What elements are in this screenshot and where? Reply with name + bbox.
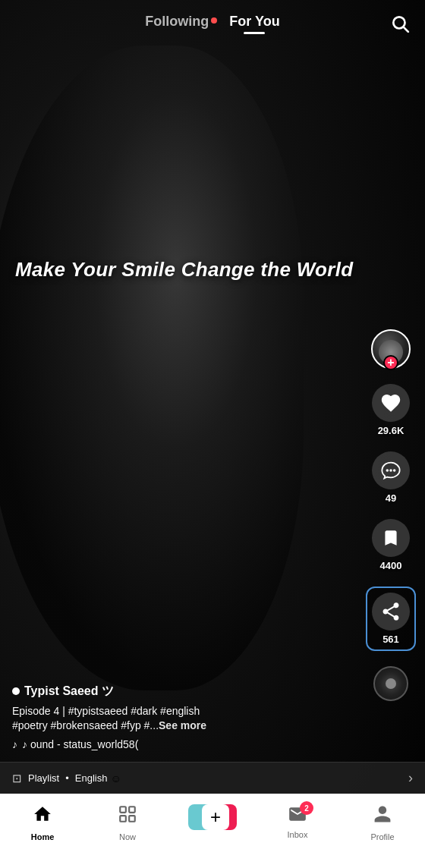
tab-foryou[interactable]: For You	[229, 14, 279, 30]
search-button[interactable]	[390, 14, 410, 36]
like-icon-bg	[372, 384, 410, 422]
playlist-info: ⊡ Playlist • English ☺	[12, 772, 121, 785]
create-button: +	[188, 804, 237, 830]
video-description: Episode 4 | #typistsaeed #dark #english#…	[12, 704, 364, 734]
playlist-separator: •	[65, 772, 69, 784]
home-icon	[33, 804, 52, 829]
smiley-icon: ☺	[110, 772, 121, 785]
now-icon	[118, 804, 137, 829]
creator-name-text: Typist Saeed ツ	[24, 684, 114, 700]
see-more-link[interactable]: See more	[159, 719, 206, 731]
inbox-badge: 2	[300, 801, 313, 815]
share-button[interactable]: 561	[366, 587, 416, 651]
inbox-badge-count: 2	[304, 804, 309, 813]
comment-count: 49	[386, 492, 396, 504]
foryou-label: For You	[229, 14, 279, 29]
playlist-bar[interactable]: ⊡ Playlist • English ☺ ›	[0, 762, 425, 794]
plus-label: +	[387, 357, 394, 369]
playlist-label: Playlist	[28, 772, 59, 784]
live-dot	[12, 687, 20, 695]
playlist-chevron-icon[interactable]: ›	[408, 770, 413, 786]
face-silhouette	[0, 46, 304, 690]
share-icon-bg	[372, 593, 410, 631]
follow-plus-button[interactable]: +	[383, 355, 398, 370]
language-text: English	[75, 772, 108, 784]
tab-following[interactable]: Following	[145, 14, 217, 30]
avatar-container: +	[371, 329, 411, 369]
nav-tabs: Following For You	[145, 14, 279, 30]
header: Following For You	[0, 0, 425, 37]
svg-rect-7	[120, 816, 126, 822]
notification-dot	[211, 17, 217, 24]
creator-info: Typist Saeed ツ Episode 4 | #typistsaeed …	[12, 684, 364, 750]
following-label: Following	[145, 14, 209, 29]
nav-create[interactable]: +	[170, 801, 255, 830]
share-count: 561	[382, 634, 399, 645]
svg-point-3	[389, 469, 392, 472]
nav-inbox[interactable]: 2 Inbox	[255, 801, 340, 839]
music-note-icon: ♪	[12, 738, 17, 750]
quote-text-content: Make Your Smile Change the World	[15, 258, 353, 281]
svg-rect-5	[120, 807, 126, 813]
nav-profile[interactable]: Profile	[340, 801, 425, 841]
language-badge: English ☺	[75, 772, 121, 785]
sound-info[interactable]: ♪ ♪ ound - status_world58(	[12, 738, 364, 750]
disc-center	[386, 678, 396, 689]
bottom-navigation: Home Now + 2 Inbo	[0, 794, 425, 868]
home-label: Home	[31, 832, 55, 841]
svg-line-1	[404, 27, 408, 32]
like-button[interactable]: 29.6K	[372, 384, 410, 436]
right-action-panel: + 29.6K 49 4400	[366, 329, 416, 701]
svg-rect-6	[129, 807, 135, 813]
creator-avatar-item[interactable]: +	[371, 329, 411, 369]
creator-name[interactable]: Typist Saeed ツ	[12, 684, 364, 700]
bookmark-button[interactable]: 4400	[372, 519, 410, 571]
comment-button[interactable]: 49	[372, 451, 410, 504]
sound-text: ♪ ound - status_world58(	[22, 738, 138, 750]
profile-icon	[373, 804, 392, 829]
disc-icon	[373, 666, 408, 701]
bookmark-count: 4400	[380, 560, 402, 571]
video-quote: Make Your Smile Change the World	[15, 258, 364, 281]
now-label: Now	[119, 832, 136, 841]
svg-point-4	[393, 469, 396, 472]
playlist-icon: ⊡	[12, 772, 22, 785]
profile-label: Profile	[370, 832, 394, 841]
nav-home[interactable]: Home	[0, 801, 85, 841]
like-count: 29.6K	[378, 425, 405, 436]
inbox-label: Inbox	[288, 830, 308, 839]
music-disc[interactable]	[373, 666, 408, 701]
inbox-wrapper: 2	[288, 804, 307, 827]
description-text: Episode 4 | #typistsaeed #dark #english#…	[12, 705, 206, 732]
add-center-icon: +	[202, 804, 229, 830]
nav-now[interactable]: Now	[85, 801, 170, 841]
bookmark-icon-bg	[372, 519, 410, 557]
svg-point-2	[386, 469, 389, 472]
svg-rect-8	[129, 816, 135, 822]
comment-icon-bg	[372, 451, 410, 489]
